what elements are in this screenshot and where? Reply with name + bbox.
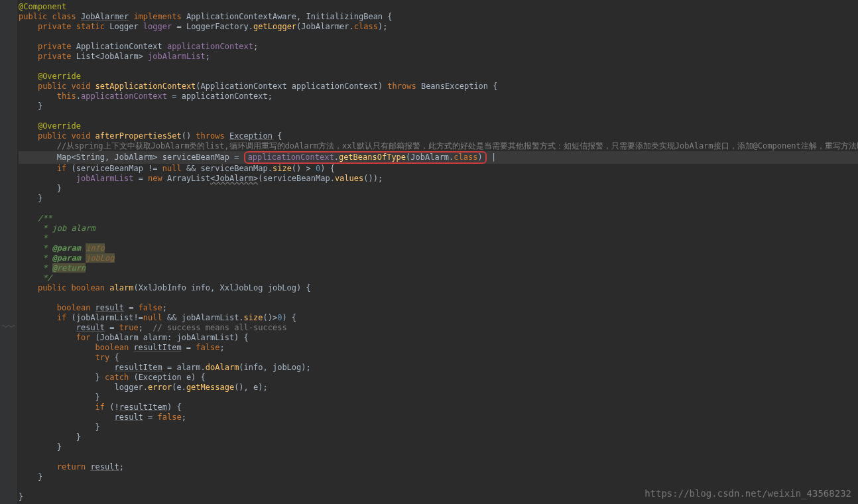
code-line xyxy=(19,293,858,303)
code-line xyxy=(19,32,858,42)
code-line: /** xyxy=(19,214,858,223)
code-line: return result; xyxy=(19,462,858,472)
code-line: @Override xyxy=(19,72,858,82)
code-line: * job alarm xyxy=(19,223,858,233)
code-line: public void setApplicationContext(Applic… xyxy=(19,82,858,92)
code-line: } xyxy=(19,422,858,432)
code-line: @Component xyxy=(19,2,858,12)
gutter xyxy=(0,0,17,504)
code-line: boolean resultItem = false; xyxy=(19,343,858,353)
code-line: * @param jobLog xyxy=(19,253,858,263)
code-line: } xyxy=(19,101,858,111)
code-line: try { xyxy=(19,353,858,363)
code-line: } xyxy=(19,442,858,452)
code-line xyxy=(19,62,858,72)
code-line: if (!resultItem) { xyxy=(19,403,858,412)
code-line: public class JobAlarmer implements Appli… xyxy=(19,12,858,22)
code-line: if (jobAlarmList!=null && jobAlarmList.s… xyxy=(19,313,858,323)
code-line: resultItem = alarm.doAlarm(info, jobLog)… xyxy=(19,363,858,373)
code-line xyxy=(19,452,858,462)
code-line: result = true; // success means all-succ… xyxy=(19,323,858,333)
code-line: private static Logger logger = LoggerFac… xyxy=(19,22,858,32)
code-line-highlighted: Map<String, JobAlarm> serviceBeanMap = a… xyxy=(19,151,858,164)
code-line: private ApplicationContext applicationCo… xyxy=(19,42,858,52)
code-editor[interactable]: @Component public class JobAlarmer imple… xyxy=(0,0,858,502)
code-line: } xyxy=(19,472,858,482)
code-line: } catch (Exception e) { xyxy=(19,373,858,383)
code-line: //从spring上下文中获取JobAlarm类的list,循环调用重写的doA… xyxy=(19,141,858,151)
code-line: * @param info xyxy=(19,243,858,253)
code-line: public void afterPropertiesSet() throws … xyxy=(19,131,858,141)
code-line: logger.error(e.getMessage(), e); xyxy=(19,383,858,393)
watermark: https://blog.csdn.net/weixin_43568232 xyxy=(644,489,851,499)
code-line: boolean result = false; xyxy=(19,303,858,313)
code-line: * xyxy=(19,233,858,243)
code-line: } xyxy=(19,432,858,442)
code-line: this.applicationContext = applicationCon… xyxy=(19,92,858,101)
code-line xyxy=(19,204,858,214)
code-line: for (JobAlarm alarm: jobAlarmList) { xyxy=(19,333,858,343)
code-line: } xyxy=(19,184,858,194)
code-line xyxy=(19,111,858,121)
page-break-indicator xyxy=(2,324,15,330)
code-line: * @return xyxy=(19,263,858,273)
highlight-box: applicationContext.getBeansOfType(JobAla… xyxy=(244,151,487,164)
code-line: } xyxy=(19,393,858,403)
code-line: result = false; xyxy=(19,412,858,422)
code-line: } xyxy=(19,194,858,204)
code-line: private List<JobAlarm> jobAlarmList; xyxy=(19,52,858,62)
code-line: @Override xyxy=(19,121,858,131)
code-line: if (serviceBeanMap != null && serviceBea… xyxy=(19,164,858,174)
code-line: public boolean alarm(XxlJobInfo info, Xx… xyxy=(19,283,858,293)
code-line: */ xyxy=(19,273,858,283)
code-line: jobAlarmList = new ArrayList<JobAlarm>(s… xyxy=(19,174,858,184)
